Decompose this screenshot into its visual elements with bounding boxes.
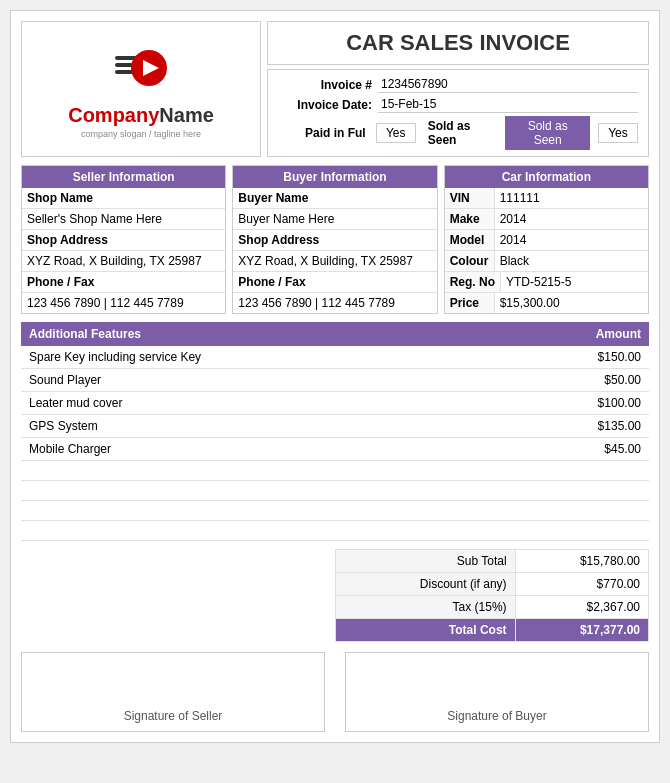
feature-amount: $150.00 <box>529 346 649 369</box>
tax-value: $2,367.00 <box>515 596 648 619</box>
seller-shop-name-label: Shop Name <box>22 188 225 209</box>
feature-name: GPS System <box>21 415 529 438</box>
feature-amount: $100.00 <box>529 392 649 415</box>
feature-amount: $50.00 <box>529 369 649 392</box>
reg-no-value: YTD-5215-5 <box>501 272 648 292</box>
feature-row <box>21 501 649 521</box>
feature-name: Mobile Charger <box>21 438 529 461</box>
feature-row: Spare Key including service Key $150.00 <box>21 346 649 369</box>
feature-name <box>21 461 529 481</box>
vin-value: 111111 <box>495 188 648 208</box>
price-label: Price <box>445 293 495 313</box>
total-label: Total Cost <box>336 619 516 642</box>
totals-area: Sub Total $15,780.00 Discount (if any) $… <box>21 549 649 642</box>
feature-row: Leater mud cover $100.00 <box>21 392 649 415</box>
feature-amount: $135.00 <box>529 415 649 438</box>
seller-shop-address-label: Shop Address <box>22 230 225 251</box>
feature-name: Sound Player <box>21 369 529 392</box>
seller-info-section: Seller Information Shop Name Seller's Sh… <box>21 165 226 314</box>
buyer-signature-label: Signature of Buyer <box>447 709 546 723</box>
feature-amount <box>529 521 649 541</box>
sold-as-seen-label: Sold as Seen <box>428 119 498 147</box>
buyer-info-header: Buyer Information <box>233 166 436 188</box>
car-info-section: Car Information VIN 111111 Make 2014 Mod… <box>444 165 649 314</box>
colour-label: Colour <box>445 251 495 271</box>
subtotal-label: Sub Total <box>336 550 516 573</box>
buyer-name-label: Buyer Name <box>233 188 436 209</box>
feature-row <box>21 481 649 501</box>
price-value: $15,300.00 <box>495 293 648 313</box>
vin-row: VIN 111111 <box>445 188 648 209</box>
info-sections: Seller Information Shop Name Seller's Sh… <box>21 165 649 314</box>
car-info-header: Car Information <box>445 166 648 188</box>
invoice-number-value: 1234567890 <box>378 76 638 93</box>
buyer-phone-fax-value: 123 456 7890 | 112 445 7789 <box>233 293 436 313</box>
seller-shop-name-value: Seller's Shop Name Here <box>22 209 225 230</box>
feature-amount <box>529 501 649 521</box>
model-label: Model <box>445 230 495 250</box>
feature-name <box>21 521 529 541</box>
buyer-phone-fax-label: Phone / Fax <box>233 272 436 293</box>
feature-amount <box>529 481 649 501</box>
buyer-shop-address-label: Shop Address <box>233 230 436 251</box>
seller-info-header: Seller Information <box>22 166 225 188</box>
invoice-fields: Invoice # 1234567890 Invoice Date: 15-Fe… <box>267 69 649 157</box>
feature-name <box>21 481 529 501</box>
features-header: Additional Features <box>21 322 529 346</box>
invoice-title: CAR SALES INVOICE <box>267 21 649 65</box>
buyer-name-value: Buyer Name Here <box>233 209 436 230</box>
company-name: CompanyName <box>68 104 214 127</box>
tax-label: Tax (15%) <box>336 596 516 619</box>
price-row: Price $15,300.00 <box>445 293 648 313</box>
make-label: Make <box>445 209 495 229</box>
feature-name: Spare Key including service Key <box>21 346 529 369</box>
buyer-info-section: Buyer Information Buyer Name Buyer Name … <box>232 165 437 314</box>
reg-no-label: Reg. No <box>445 272 501 292</box>
colour-row: Colour Black <box>445 251 648 272</box>
seller-shop-address-value: XYZ Road, X Building, TX 25987 <box>22 251 225 272</box>
paid-value: Yes <box>376 123 416 143</box>
feature-row: Sound Player $50.00 <box>21 369 649 392</box>
features-table: Additional Features Amount Spare Key inc… <box>21 322 649 541</box>
signatures-section: Signature of Seller Signature of Buyer <box>21 652 649 732</box>
seller-signature-box: Signature of Seller <box>21 652 325 732</box>
feature-row <box>21 521 649 541</box>
vin-label: VIN <box>445 188 495 208</box>
model-row: Model 2014 <box>445 230 648 251</box>
feature-amount: $45.00 <box>529 438 649 461</box>
invoice-number-label: Invoice # <box>278 78 378 92</box>
seller-signature-label: Signature of Seller <box>124 709 223 723</box>
feature-name <box>21 501 529 521</box>
invoice-date-row: Invoice Date: 15-Feb-15 <box>278 96 638 113</box>
totals-table: Sub Total $15,780.00 Discount (if any) $… <box>335 549 649 642</box>
feature-row: Mobile Charger $45.00 <box>21 438 649 461</box>
buyer-signature-box: Signature of Buyer <box>345 652 649 732</box>
paid-label: Paid in Ful <box>278 126 372 140</box>
discount-row: Discount (if any) $770.00 <box>336 573 649 596</box>
make-value: 2014 <box>495 209 648 229</box>
buyer-shop-address-value: XYZ Road, X Building, TX 25987 <box>233 251 436 272</box>
feature-row <box>21 461 649 481</box>
seller-phone-fax-label: Phone / Fax <box>22 272 225 293</box>
make-row: Make 2014 <box>445 209 648 230</box>
feature-row: GPS System $135.00 <box>21 415 649 438</box>
seller-phone-fax-value: 123 456 7890 | 112 445 7789 <box>22 293 225 313</box>
subtotal-row: Sub Total $15,780.00 <box>336 550 649 573</box>
discount-label: Discount (if any) <box>336 573 516 596</box>
company-slogan: company slogan / tagline here <box>81 129 201 139</box>
invoice-date-label: Invoice Date: <box>278 98 378 112</box>
tax-row: Tax (15%) $2,367.00 <box>336 596 649 619</box>
invoice-number-row: Invoice # 1234567890 <box>278 76 638 93</box>
colour-value: Black <box>495 251 648 271</box>
logo-area: CompanyName company slogan / tagline her… <box>21 21 261 157</box>
invoice-wrapper: CompanyName company slogan / tagline her… <box>10 10 660 743</box>
total-value: $17,377.00 <box>515 619 648 642</box>
sold-yes-value: Yes <box>598 123 638 143</box>
model-value: 2014 <box>495 230 648 250</box>
reg-no-row: Reg. No YTD-5215-5 <box>445 272 648 293</box>
paid-row: Paid in Ful Yes Sold as Seen Sold as See… <box>278 116 638 150</box>
invoice-title-area: CAR SALES INVOICE Invoice # 1234567890 I… <box>267 21 649 157</box>
amount-header: Amount <box>529 322 649 346</box>
feature-name: Leater mud cover <box>21 392 529 415</box>
company-logo <box>111 40 171 100</box>
